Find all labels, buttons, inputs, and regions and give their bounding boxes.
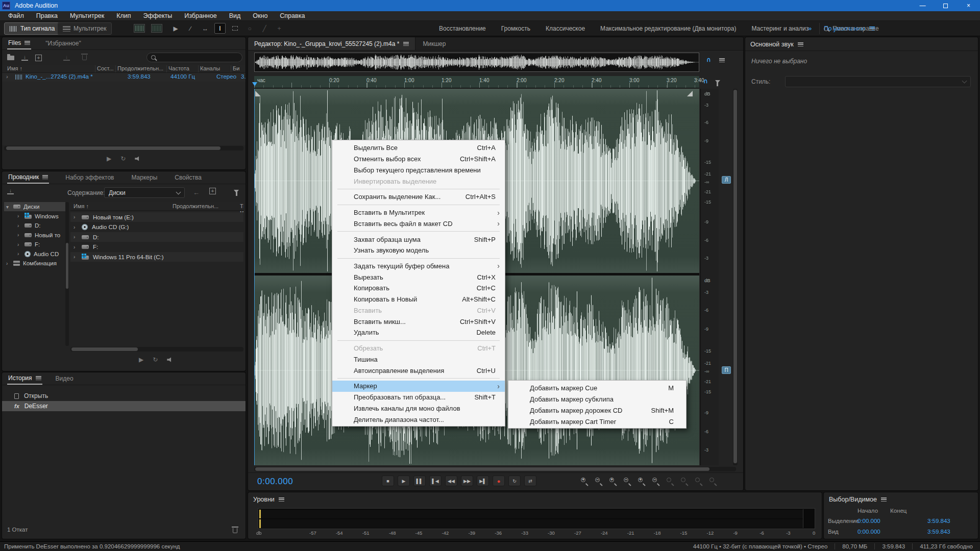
menu-item-сохранить-выделение-как[interactable]: Сохранить выделение Как...Ctrl+Alt+S: [332, 191, 505, 203]
tree-chevron-icon[interactable]: ›: [17, 242, 22, 247]
files-search-input[interactable]: [146, 53, 242, 62]
zoom-out-amplitude-button[interactable]: −: [651, 477, 660, 485]
history-item-открыть[interactable]: Открыть: [2, 391, 246, 401]
multitrack-button[interactable]: Мультитрек: [57, 22, 112, 35]
list-chevron-icon[interactable]: ›: [74, 224, 79, 230]
file-row[interactable]: ›Kino_-_...27245 (2).m4a *3:59.84344100 …: [2, 73, 246, 82]
menubar-вид[interactable]: Вид: [223, 12, 247, 19]
tab-проводник[interactable]: Проводник: [7, 171, 49, 184]
zoom-out-button[interactable]: −: [594, 477, 603, 485]
submenu-item-добавить-маркер-cart-timer[interactable]: Добавить маркер Cart TimerC: [508, 416, 686, 427]
menubar-эффекты[interactable]: Эффекты: [137, 12, 178, 19]
workspace-мастеринг-и-анализ[interactable]: Мастеринг и анализ: [751, 25, 808, 32]
submenu-item-добавить-маркер-дорожек-cd[interactable]: Добавить маркер дорожек CDShift+M: [508, 405, 686, 416]
zoom-in-time-button[interactable]: +: [608, 477, 618, 485]
tree-chevron-icon[interactable]: ›: [17, 223, 22, 229]
list-item-d[interactable]: ›D:: [70, 232, 243, 242]
time-selection-tool[interactable]: I: [214, 23, 226, 34]
pause-button[interactable]: ▌▌: [413, 475, 426, 486]
preview-play-icon[interactable]: ▶: [139, 356, 143, 363]
panel-menu-icon[interactable]: [42, 175, 48, 179]
tree-chevron-icon[interactable]: ›: [17, 251, 22, 257]
maximize-button[interactable]: [934, 0, 957, 11]
menu-item-автоисправление-выделения[interactable]: Автоисправление выделенияCtrl+U: [332, 365, 505, 376]
panel-menu-icon[interactable]: [279, 497, 284, 502]
close-button[interactable]: ×: [957, 0, 980, 11]
rewind-button[interactable]: ◀◀: [445, 475, 457, 486]
panel-menu-icon[interactable]: [36, 376, 41, 380]
menubar-справка[interactable]: Справка: [274, 12, 311, 19]
menu-item-вставить[interactable]: ВставитьCtrl+V: [332, 305, 505, 316]
waveform-editor-button[interactable]: Тип сигнала: [4, 22, 60, 35]
files-col-сост[interactable]: Сост...: [97, 65, 114, 71]
selection-end-value[interactable]: 3:59.843: [927, 529, 950, 535]
menubar-избранное[interactable]: Избранное: [178, 12, 223, 19]
files-horizontal-scrollbar[interactable]: [4, 146, 243, 151]
files-col-частота[interactable]: Частота: [168, 65, 189, 71]
auto-play-icon[interactable]: [135, 156, 141, 161]
razor-tool[interactable]: ∕: [185, 23, 196, 34]
minimize-button[interactable]: —: [911, 0, 934, 11]
skip-to-start-button[interactable]: ▌◀: [429, 475, 442, 486]
waveform-view-icon[interactable]: [134, 24, 145, 33]
time-display[interactable]: 0:00.000: [257, 477, 293, 487]
workspace-восстановление[interactable]: Восстановление: [439, 25, 486, 32]
trash-icon[interactable]: [82, 55, 87, 60]
spectral-view-icon[interactable]: [151, 24, 162, 33]
list-col-имя[interactable]: Имя ↑: [74, 203, 89, 209]
lasso-selection-tool[interactable]: ○: [244, 23, 255, 34]
list-chevron-icon[interactable]: ›: [74, 234, 79, 240]
tree-item-f[interactable]: ›F:: [4, 240, 65, 249]
style-dropdown[interactable]: [785, 76, 971, 87]
tab-свойства[interactable]: Свойства: [174, 171, 203, 184]
panel-menu-icon[interactable]: [881, 497, 887, 502]
list-item-f[interactable]: ›F:: [70, 242, 243, 252]
menu-item-вырезать[interactable]: ВырезатьCtrl+X: [332, 271, 505, 283]
tab-mixer[interactable]: Микшер: [415, 40, 453, 47]
submenu-item-добавить-маркер-cue[interactable]: Добавить маркер CueM: [508, 383, 686, 394]
editor-vertical-scrollbar[interactable]: [733, 89, 738, 465]
menu-item-захват-образца-шума[interactable]: Захват образца шумаShift+P: [332, 234, 505, 245]
playhead-line[interactable]: [254, 89, 255, 465]
selection-end-value[interactable]: 3:59.843: [927, 518, 950, 524]
tab-видео[interactable]: Видео: [55, 372, 75, 385]
menu-item-обрезать[interactable]: ОбрезатьCtrl+T: [332, 343, 505, 354]
loop-playback-button[interactable]: ↻: [508, 475, 521, 486]
workspace-максимальное-редактирование-два-монитора[interactable]: Максимальное редактирование (Два монитор…: [600, 25, 736, 32]
menu-item-копировать[interactable]: КопироватьCtrl+C: [332, 283, 505, 294]
menu-item-удалить[interactable]: УдалитьDelete: [332, 327, 505, 338]
menu-item-выделить-все[interactable]: Выделить ВсеCtrl+A: [332, 142, 505, 154]
tree-item-новый-то[interactable]: ›Новый то: [4, 231, 65, 240]
zoom-to-in-point-button[interactable]: [680, 477, 689, 485]
panel-menu-icon[interactable]: [798, 42, 803, 46]
files-col-продолжительн[interactable]: Продолжительн...: [117, 65, 163, 71]
menubar-клип[interactable]: Клип: [110, 12, 137, 19]
list-chevron-icon[interactable]: ›: [74, 244, 79, 250]
menu-item-вставить-микш[interactable]: Вставить микш...Ctrl+Shift+V: [332, 316, 505, 327]
panel-menu-icon[interactable]: [403, 42, 409, 46]
stop-button[interactable]: ■: [382, 475, 394, 486]
back-arrow-icon[interactable]: ←: [193, 189, 200, 196]
tree-chevron-icon[interactable]: ›: [6, 261, 11, 266]
right-channel-badge[interactable]: П: [722, 366, 731, 374]
snap-magnet-icon[interactable]: ∪: [706, 57, 711, 64]
spot-healing-brush-tool[interactable]: +: [274, 23, 285, 34]
menu-item-извлечь-каналы-для-моно-файлов[interactable]: Извлечь каналы для моно файлов: [332, 403, 505, 414]
loop-preview-icon[interactable]: ↻: [120, 155, 126, 162]
zoom-in-amplitude-button[interactable]: +: [637, 477, 646, 485]
tree-item-d[interactable]: ›D:: [4, 221, 65, 230]
menu-item-инвертировать-выделение[interactable]: Инвертировать выделение: [332, 176, 505, 187]
files-col-имя[interactable]: Имя ↑: [7, 65, 22, 71]
workspace-громкость[interactable]: Громкость: [501, 25, 530, 32]
slip-tool[interactable]: ↔: [200, 23, 211, 34]
loop-preview-icon[interactable]: ↻: [153, 356, 158, 363]
add-icon[interactable]: +: [209, 188, 216, 194]
submenu-item-добавить-маркер-субклипа[interactable]: Добавить маркер субклипа: [508, 394, 686, 405]
tree-scrollbar[interactable]: [65, 202, 69, 346]
menu-item-преобразовать-тип-образца[interactable]: Преобразовать тип образца...Shift+T: [332, 392, 505, 403]
menu-item-копировать-в-новый[interactable]: Копировать в НовыйAlt+Shift+C: [332, 294, 505, 305]
tree-item-комбинация[interactable]: ›Комбинация: [4, 259, 65, 268]
zoom-to-selection-button[interactable]: [666, 477, 675, 485]
skip-to-end-button[interactable]: ▶▌: [477, 475, 489, 486]
save-icon[interactable]: ↓: [63, 55, 70, 61]
